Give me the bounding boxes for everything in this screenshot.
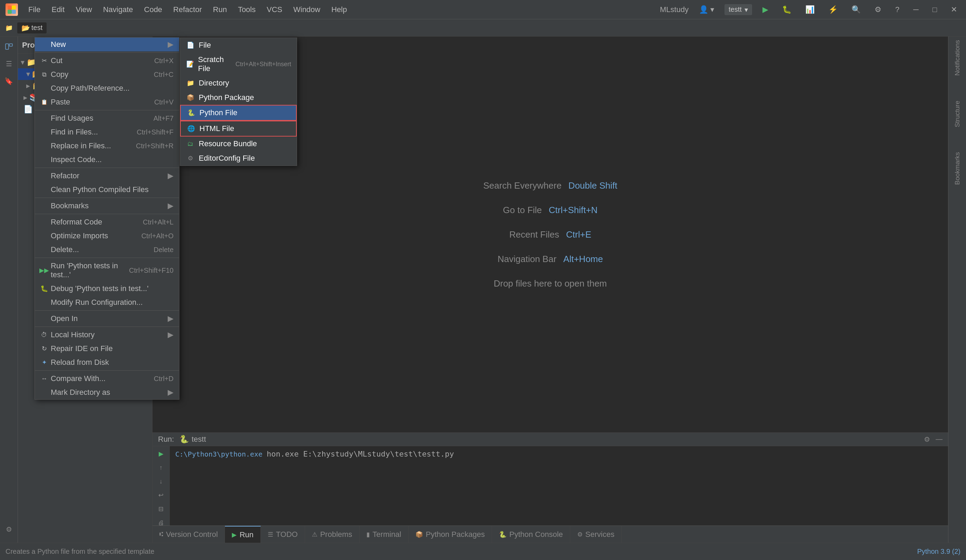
ctx-reformat[interactable]: Reformat Code Ctrl+Alt+L <box>35 215 179 229</box>
toolbar-folder-icon[interactable]: 📁 <box>3 22 15 34</box>
tab-version-control[interactable]: ⑆ Version Control <box>153 526 225 543</box>
menu-vcs[interactable]: VCS <box>262 4 287 16</box>
tab-problems[interactable]: ⚠ Problems <box>305 526 360 543</box>
tab-terminal-label: Terminal <box>373 530 401 539</box>
run-wrap-btn[interactable]: ↩ <box>155 489 167 501</box>
ctx-local-history[interactable]: Local History ▶ <box>35 328 179 342</box>
submenu-directory[interactable]: 📁 Directory <box>180 76 297 90</box>
ctx-delete[interactable]: Delete... Delete <box>35 243 179 257</box>
bookmarks-sidebar-label[interactable]: Bookmarks <box>954 152 961 185</box>
ctx-open-in[interactable]: Open In ▶ <box>35 312 179 326</box>
profile-btn[interactable]: ⚡ <box>825 4 841 16</box>
tab-run[interactable]: ▶ Run <box>225 526 261 543</box>
ctx-copy[interactable]: Copy Ctrl+C <box>35 67 179 81</box>
submenu-html-file[interactable]: 🌐 HTML File <box>180 121 297 136</box>
menu-window[interactable]: Window <box>288 4 325 16</box>
local-history-icon <box>40 331 48 339</box>
python-package-icon: 📦 <box>186 94 195 102</box>
sidebar-settings-icon[interactable]: ⚙ <box>2 523 15 536</box>
run-play-btn[interactable]: ▶ <box>155 448 167 460</box>
notifications-label[interactable]: Notifications <box>954 40 961 76</box>
ctx-clean[interactable]: Clean Python Compiled Files <box>35 183 179 196</box>
sidebar-bookmarks-icon[interactable]: 🔖 <box>2 74 15 88</box>
settings-btn[interactable]: ⚙ <box>871 4 885 16</box>
sidebar-structure-icon[interactable]: ☰ <box>2 57 15 70</box>
menu-file[interactable]: File <box>23 4 45 16</box>
run-scroll-up-btn[interactable]: ↑ <box>155 462 167 474</box>
goto-label: Go to File <box>503 205 542 216</box>
submenu-html-file-label: HTML File <box>199 124 234 133</box>
submenu-resource-bundle[interactable]: 🗂 Resource Bundle <box>180 136 297 151</box>
menu-code[interactable]: Code <box>140 4 167 16</box>
structure-sidebar-label[interactable]: Structure <box>954 101 961 127</box>
tab-python-packages[interactable]: 📦 Python Packages <box>409 526 492 543</box>
user-icon[interactable]: 👤 ▾ <box>695 4 718 16</box>
ctx-debug-tests[interactable]: 🐛 Debug 'Python tests in test...' <box>35 282 179 296</box>
submenu-python-file[interactable]: 🐍 Python File <box>180 105 297 121</box>
debug-btn[interactable]: 🐛 <box>779 4 795 16</box>
run-filter-btn[interactable]: ⊟ <box>155 503 167 515</box>
tab-label[interactable]: 📂 test <box>17 23 47 33</box>
ctx-optimize-imports[interactable]: Optimize Imports Ctrl+Alt+O <box>35 229 179 243</box>
ctx-run-tests[interactable]: ▶ Run 'Python tests in test...' Ctrl+Shi… <box>35 259 179 282</box>
tab-services[interactable]: ⚙ Services <box>570 526 622 543</box>
ctx-compare-with[interactable]: Compare With... Ctrl+D <box>35 372 179 385</box>
run-btn[interactable]: ▶ <box>759 4 772 16</box>
ctx-find-files[interactable]: Find in Files... Ctrl+Shift+F <box>35 125 179 139</box>
ctx-paste[interactable]: Paste Ctrl+V <box>35 95 179 109</box>
ctx-sep-7 <box>35 310 179 311</box>
menu-edit[interactable]: Edit <box>47 4 69 16</box>
sidebar-project-icon[interactable] <box>2 40 15 53</box>
svg-rect-3 <box>12 10 16 14</box>
python-version[interactable]: Python 3.9 (2) <box>917 548 961 555</box>
submenu-editor-config[interactable]: ⚙ EditorConfig File <box>180 151 297 165</box>
ctx-reload-disk[interactable]: ✦ Reload from Disk <box>35 355 179 369</box>
run-settings-icon[interactable]: ⚙ <box>924 435 930 444</box>
ctx-new[interactable]: New ▶ 📄 File 📝 Scratch File Ctrl+Alt+Shi… <box>35 38 179 51</box>
menu-refactor[interactable]: Refactor <box>168 4 207 16</box>
help-btn[interactable]: ? <box>892 4 903 16</box>
run-config-selector[interactable]: testt ▾ <box>724 4 752 15</box>
submenu-python-package[interactable]: 📦 Python Package <box>180 90 297 105</box>
ctx-bookmarks[interactable]: Bookmarks ▶ <box>35 199 179 213</box>
coverage-btn[interactable]: 📊 <box>802 4 818 16</box>
close-btn[interactable]: ✕ <box>947 4 961 16</box>
replace-files-shortcut: Ctrl+Shift+R <box>136 142 174 150</box>
main-toolbar: 📁 📂 test <box>0 19 966 36</box>
tab-python-console-label: Python Console <box>509 530 563 539</box>
tab-todo[interactable]: ☰ TODO <box>261 526 305 543</box>
menu-help[interactable]: Help <box>326 4 352 16</box>
submenu-file[interactable]: 📄 File <box>180 38 297 52</box>
local-history-arrow-icon: ▶ <box>168 330 174 339</box>
tab-python-console[interactable]: 🐍 Python Console <box>492 526 570 543</box>
ctx-find-usages[interactable]: Find Usages Alt+F7 <box>35 111 179 125</box>
ctx-replace-files[interactable]: Replace in Files... Ctrl+Shift+R <box>35 139 179 153</box>
ctx-mark-directory[interactable]: Mark Directory as ▶ <box>35 385 179 399</box>
context-menu: New ▶ 📄 File 📝 Scratch File Ctrl+Alt+Shi… <box>34 37 179 400</box>
ctx-repair-ide[interactable]: Repair IDE on File <box>35 342 179 355</box>
ctx-open-in-label: Open In <box>51 314 165 323</box>
terminal-icon: ▮ <box>366 531 370 538</box>
menu-tools[interactable]: Tools <box>233 4 261 16</box>
submenu-directory-label: Directory <box>199 79 229 88</box>
ctx-cut[interactable]: Cut Ctrl+X <box>35 54 179 67</box>
menu-view[interactable]: View <box>71 4 97 16</box>
svg-rect-2 <box>8 10 12 14</box>
maximize-btn[interactable]: □ <box>929 4 940 16</box>
search-everywhere-btn[interactable]: 🔍 <box>848 4 864 16</box>
run-close-icon[interactable]: — <box>936 435 943 444</box>
run-scroll-down-btn[interactable]: ↓ <box>155 475 167 488</box>
menu-navigate[interactable]: Navigate <box>98 4 138 16</box>
ctx-sep-5 <box>35 214 179 214</box>
minimize-btn[interactable]: ─ <box>910 4 922 16</box>
python-console-icon: 🐍 <box>499 531 506 538</box>
submenu-scratch[interactable]: 📝 Scratch File Ctrl+Alt+Shift+Insert <box>180 52 297 76</box>
tab-terminal[interactable]: ▮ Terminal <box>360 526 409 543</box>
ctx-inspect-code[interactable]: Inspect Code... <box>35 153 179 167</box>
ctx-refactor[interactable]: Refactor ▶ <box>35 169 179 183</box>
ctx-replace-files-label: Replace in Files... <box>51 141 136 151</box>
ctx-modify-run[interactable]: Modify Run Configuration... <box>35 296 179 309</box>
run-config-label: testt <box>729 5 742 13</box>
menu-run[interactable]: Run <box>208 4 232 16</box>
ctx-copy-path[interactable]: Copy Path/Reference... <box>35 81 179 95</box>
